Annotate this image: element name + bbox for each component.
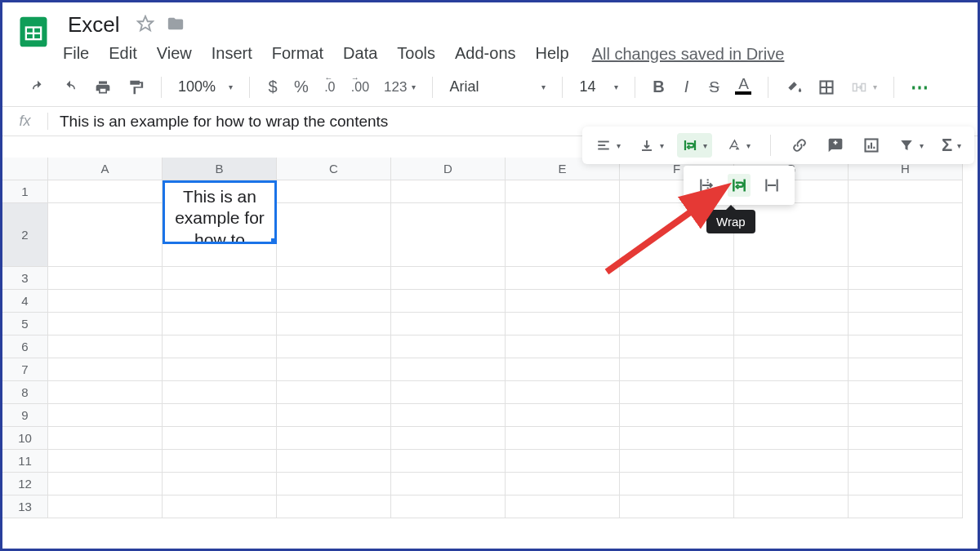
menu-edit[interactable]: Edit xyxy=(109,41,148,68)
col-header[interactable]: D xyxy=(391,158,506,180)
cell[interactable] xyxy=(277,473,391,495)
cell[interactable] xyxy=(734,335,849,358)
cell[interactable] xyxy=(620,358,734,381)
paint-format-icon[interactable] xyxy=(122,75,149,100)
number-format-dropdown[interactable]: 123 xyxy=(379,75,421,100)
text-wrap-button[interactable] xyxy=(677,133,712,158)
selection-handle[interactable] xyxy=(271,238,277,244)
row-header[interactable]: 6 xyxy=(2,335,48,358)
cell[interactable] xyxy=(734,267,849,290)
select-all-corner[interactable] xyxy=(2,158,48,180)
row-header[interactable]: 3 xyxy=(2,267,48,290)
undo-icon[interactable] xyxy=(24,75,51,100)
cell[interactable] xyxy=(506,358,620,381)
cell[interactable] xyxy=(506,335,620,358)
document-title[interactable]: Excel xyxy=(63,11,125,39)
strikethrough-button[interactable]: S xyxy=(702,75,725,100)
row-header[interactable]: 9 xyxy=(2,404,48,427)
menu-help[interactable]: Help xyxy=(536,41,581,68)
cell[interactable] xyxy=(277,313,391,335)
cell[interactable] xyxy=(163,267,277,290)
selected-cell[interactable]: This is an example for how to xyxy=(163,180,277,244)
cell[interactable] xyxy=(277,495,391,518)
menu-file[interactable]: File xyxy=(63,41,100,68)
save-status[interactable]: All changes saved in Drive xyxy=(592,45,785,64)
cell[interactable] xyxy=(506,203,620,267)
cell[interactable] xyxy=(391,381,506,404)
vertical-align-button[interactable] xyxy=(634,133,669,158)
cell[interactable] xyxy=(163,404,277,427)
cell[interactable] xyxy=(277,358,391,381)
italic-button[interactable]: I xyxy=(675,75,697,100)
cell[interactable] xyxy=(48,450,163,473)
cell[interactable] xyxy=(48,290,163,313)
cell[interactable] xyxy=(849,495,963,518)
text-color-button[interactable]: A xyxy=(730,75,756,100)
menu-format[interactable]: Format xyxy=(272,41,335,68)
zoom-dropdown[interactable]: 100% xyxy=(173,75,238,100)
filter-button[interactable] xyxy=(893,133,929,158)
cell[interactable] xyxy=(391,450,506,473)
cell[interactable] xyxy=(391,267,506,290)
cell[interactable] xyxy=(391,358,506,381)
cell[interactable] xyxy=(734,495,849,518)
cell[interactable] xyxy=(277,404,391,427)
cell[interactable] xyxy=(506,290,620,313)
menu-data[interactable]: Data xyxy=(343,41,389,68)
cell[interactable] xyxy=(48,180,163,203)
cell[interactable] xyxy=(277,267,391,290)
fill-color-button[interactable] xyxy=(780,75,808,100)
cell[interactable] xyxy=(163,450,277,473)
borders-button[interactable] xyxy=(813,75,840,100)
cell[interactable] xyxy=(163,313,277,335)
cell[interactable] xyxy=(620,404,734,427)
font-dropdown[interactable]: Arial xyxy=(444,75,550,100)
cell[interactable] xyxy=(391,180,506,203)
bold-button[interactable]: B xyxy=(647,75,670,100)
wrap-overflow-option[interactable] xyxy=(695,174,718,197)
decrease-decimal-button[interactable]: .0← xyxy=(318,75,341,100)
cell[interactable] xyxy=(277,203,391,267)
cell[interactable] xyxy=(277,427,391,450)
cell[interactable] xyxy=(391,404,506,427)
functions-button[interactable]: Σ xyxy=(937,133,966,158)
cell[interactable] xyxy=(163,335,277,358)
cell[interactable] xyxy=(849,267,963,290)
move-folder-icon[interactable] xyxy=(166,15,185,35)
cell[interactable] xyxy=(506,381,620,404)
cell[interactable] xyxy=(849,180,963,203)
cell[interactable] xyxy=(620,267,734,290)
cell[interactable] xyxy=(620,381,734,404)
row-header[interactable]: 13 xyxy=(2,495,48,518)
cell[interactable] xyxy=(506,495,620,518)
col-header[interactable]: B xyxy=(163,158,277,180)
cell[interactable] xyxy=(48,358,163,381)
cell[interactable] xyxy=(163,473,277,495)
print-icon[interactable] xyxy=(89,75,117,100)
redo-icon[interactable] xyxy=(56,75,84,100)
cell[interactable] xyxy=(734,290,849,313)
cell[interactable] xyxy=(620,450,734,473)
cell[interactable] xyxy=(849,290,963,313)
more-toolbar-button[interactable]: ⋯ xyxy=(906,75,935,100)
cell[interactable] xyxy=(277,450,391,473)
cell[interactable] xyxy=(48,495,163,518)
menu-addons[interactable]: Add-ons xyxy=(455,41,528,68)
row-header[interactable]: 2 xyxy=(2,203,48,267)
cell[interactable] xyxy=(506,473,620,495)
cell[interactable] xyxy=(48,335,163,358)
font-size-dropdown[interactable]: 14 xyxy=(574,75,623,100)
cell[interactable] xyxy=(734,404,849,427)
cell[interactable] xyxy=(620,313,734,335)
cell[interactable] xyxy=(620,427,734,450)
cell[interactable] xyxy=(849,381,963,404)
insert-comment-button[interactable] xyxy=(822,133,849,158)
cell[interactable] xyxy=(849,473,963,495)
cell[interactable] xyxy=(849,404,963,427)
cell[interactable] xyxy=(734,381,849,404)
row-header[interactable]: 12 xyxy=(2,473,48,495)
cell[interactable] xyxy=(849,450,963,473)
cell[interactable] xyxy=(48,313,163,335)
cell[interactable] xyxy=(506,313,620,335)
row-header[interactable]: 4 xyxy=(2,290,48,313)
